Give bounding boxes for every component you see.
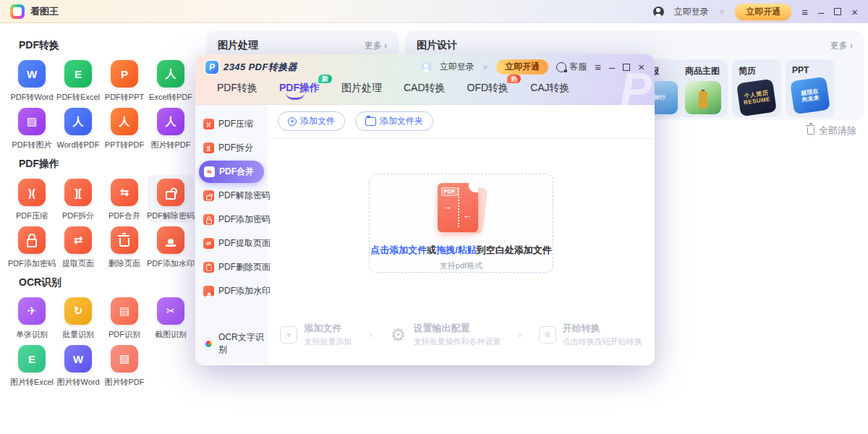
tool-image-to-excel[interactable]: E图片转Excel (9, 341, 55, 389)
add-file-button[interactable]: +添加文件 (278, 111, 345, 131)
tool-pdf-to-word[interactable]: WPDF转Word (9, 56, 55, 104)
tool-label: PDF转PPT (105, 92, 144, 103)
avatar[interactable] (421, 61, 432, 72)
heart-icon[interactable]: ♥ (719, 6, 725, 17)
single-ocr-icon: ✈ (18, 297, 46, 325)
delete-pages-icon (203, 262, 214, 273)
maximize-button[interactable] (623, 64, 630, 71)
word-icon: W (18, 60, 46, 88)
sidebar-item-pdf-watermark[interactable]: PDF添加水印 (195, 279, 268, 303)
step-add-file: + 添加文件支持批量添加 (280, 322, 352, 347)
tool-delete-pages[interactable]: 删除页面 (101, 223, 148, 271)
tool-pdf-to-excel[interactable]: EPDF转Excel (55, 56, 101, 104)
tab-ofd-convert[interactable]: OFD转换热 (467, 82, 509, 102)
login-link[interactable]: 立即登录 (440, 61, 475, 73)
compress-icon: )( (18, 179, 46, 206)
minimize-button[interactable]: – (609, 61, 615, 72)
tool-pdf-ocr[interactable]: ▤PDF识别 (101, 294, 148, 341)
sidebar-item-pdf-compress[interactable]: )(PDF压缩 (195, 112, 268, 136)
app-sidebar: PDF转换 WPDF转Word EPDF转Excel PPDF转PPT 人Exc… (9, 29, 198, 389)
pdf-converter-modal: P P 2345 PDF转换器 立即登录 ♥ 立即开通 客服 ≡ – × PDF… (195, 54, 655, 365)
file-dropzone[interactable]: PDF → ← 点击添加文件或拖拽/粘贴到空白处添加文件 支持pdf格式 (369, 174, 553, 273)
login-link[interactable]: 立即登录 (674, 6, 709, 18)
tool-pdf-to-image[interactable]: ▨PDF转图片 (9, 104, 55, 152)
tool-pdf-encrypt[interactable]: PDF添加密码 (9, 223, 55, 271)
tool-label: 截图识别 (155, 329, 187, 340)
resume-thumbnail: 个人简历RESUME (736, 79, 777, 117)
image-to-word-icon: W (64, 345, 92, 373)
tool-pdf-watermark[interactable]: PDF添加水印 (148, 223, 194, 271)
tool-label: PDF识别 (109, 329, 140, 340)
menu-icon[interactable]: ≡ (595, 61, 601, 72)
batch-ocr-icon: ↻ (64, 297, 92, 325)
close-button[interactable]: × (638, 61, 644, 72)
unlock-icon (157, 179, 184, 206)
modal-tabs: PDF转换 PDF操作新 图片处理 CAD转换 OFD转换热 CAJ转换 (195, 75, 655, 102)
tab-cad-convert[interactable]: CAD转换 (404, 82, 446, 102)
ocr-grid: ✈单张识别 ↻批量识别 ▤PDF识别 ✂截图识别 E图片转Excel W图片转W… (9, 294, 198, 389)
tool-single-ocr[interactable]: ✈单张识别 (9, 294, 55, 341)
lock-icon (203, 214, 214, 225)
tool-batch-ocr[interactable]: ↻批量识别 (55, 294, 101, 341)
sidebar-item-pdf-merge[interactable]: ⇆PDF合并 (199, 161, 264, 183)
sidebar-item-pdf-split[interactable]: ][PDF拆分 (195, 136, 268, 160)
avatar[interactable] (653, 7, 664, 17)
section-title-pdf-convert: PDF转换 (19, 39, 198, 52)
design-card-resume[interactable]: 简历 个人简历RESUME (732, 59, 781, 117)
tool-pdf-compress[interactable]: )(PDF压缩 (9, 175, 55, 223)
tool-image-to-pdf[interactable]: 人图片转PDF (148, 104, 194, 152)
tool-pdf-split[interactable]: ][PDF拆分 (55, 175, 101, 223)
chevron-right-icon: › (519, 329, 522, 340)
upgrade-button[interactable]: 立即开通 (496, 59, 548, 75)
tab-pdf-convert[interactable]: PDF转换 (217, 82, 258, 102)
design-card-product[interactable]: 商品主图 (678, 59, 728, 117)
ppt-thumbnail: 就现在向未来 (790, 77, 830, 115)
tab-caj-convert[interactable]: CAJ转换 (530, 82, 569, 102)
dropzone-text: 点击添加文件或拖拽/粘贴到空白处添加文件 (370, 244, 552, 257)
clear-all-button[interactable]: 全部清除 (807, 124, 856, 137)
minimize-button[interactable]: – (818, 7, 824, 17)
add-folder-button[interactable]: 添加文件夹 (355, 111, 433, 131)
tool-label: PDF转Excel (56, 92, 100, 103)
sidebar-item-pdf-extract-pages[interactable]: ⇄PDF提取页面 (195, 231, 268, 255)
app-logo-icon (10, 4, 25, 19)
pdf-convert-grid: WPDF转Word EPDF转Excel PPDF转PPT 人Excel转PDF… (9, 56, 198, 152)
tool-image-to-pdf-ocr[interactable]: ▨图片转PDF (101, 341, 148, 389)
tool-extract-pages[interactable]: ⇄提取页面 (55, 223, 101, 271)
tab-pdf-operate[interactable]: PDF操作新 (279, 82, 320, 102)
maximize-button[interactable] (834, 8, 841, 15)
clear-all-label: 全部清除 (819, 124, 856, 137)
converter-logo-icon: P (205, 61, 218, 74)
close-button[interactable]: × (851, 7, 858, 17)
more-link[interactable]: 更多 › (365, 40, 387, 52)
section-title-pdf-operate: PDF操作 (19, 158, 198, 171)
sidebar-item-pdf-encrypt[interactable]: PDF添加密码 (195, 208, 268, 231)
tool-word-to-pdf[interactable]: 人Word转PDF (55, 104, 101, 152)
upgrade-button[interactable]: 立即开通 (735, 4, 791, 20)
sidebar-item-pdf-delete-pages[interactable]: PDF删除页面 (195, 255, 268, 279)
tool-pdf-merge[interactable]: ⇆PDF合并 (101, 175, 148, 223)
more-link[interactable]: 更多 › (830, 40, 853, 52)
tool-pdf-to-ppt[interactable]: PPDF转PPT (101, 56, 148, 104)
sidebar-item-ocr-text[interactable]: OCR文字识别 (195, 331, 268, 356)
workflow-steps: + 添加文件支持批量添加 › ⚙ 设置输出配置支持批量操作和各种设置 › ≡ 开… (268, 322, 655, 347)
customer-service-button[interactable]: 客服 (556, 61, 587, 73)
modal-content: +添加文件 添加文件夹 PDF → ← 点击添加文件或拖拽/ (268, 105, 655, 365)
heart-icon[interactable]: ♥ (482, 61, 488, 73)
tool-image-to-word[interactable]: W图片转Word (55, 341, 101, 389)
tool-label: PDF转图片 (12, 140, 52, 150)
tool-label: 删除页面 (109, 258, 140, 269)
ppt-icon: P (111, 60, 138, 88)
tab-image-processing[interactable]: 图片处理 (341, 82, 382, 102)
product-thumbnail (685, 81, 721, 114)
pdf-merge-illustration: PDF → ← (436, 183, 487, 237)
tool-ppt-to-pdf[interactable]: 人PPT转PDF (101, 104, 148, 152)
tool-label: PDF拆分 (62, 210, 94, 221)
tool-screenshot-ocr[interactable]: ✂截图识别 (148, 294, 194, 341)
design-card-ppt[interactable]: PPT 就现在向未来 (786, 59, 835, 117)
tool-label: PDF压缩 (16, 210, 48, 221)
tool-pdf-unlock[interactable]: PDF解除密码 (148, 175, 194, 223)
menu-icon[interactable]: ≡ (801, 7, 808, 17)
sidebar-item-pdf-unlock[interactable]: PDF解除密码 (195, 184, 268, 208)
tool-excel-to-pdf[interactable]: 人Excel转PDF (148, 56, 194, 104)
